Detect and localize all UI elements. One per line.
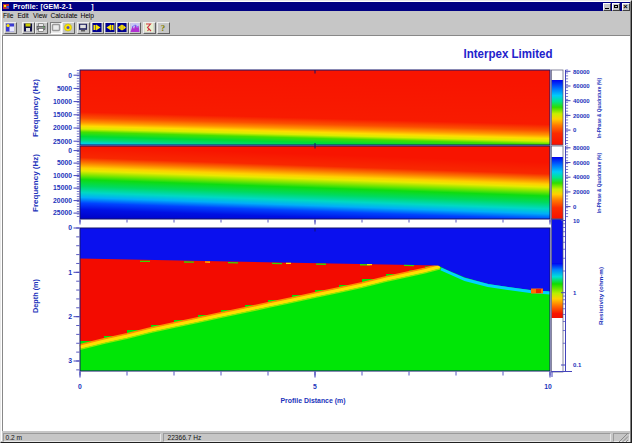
svg-text:Depth (m): Depth (m) (32, 279, 40, 313)
svg-text:40000: 40000 (573, 174, 590, 180)
svg-text:Resistivity (ohm-m): Resistivity (ohm-m) (598, 267, 604, 325)
svg-text:2: 2 (68, 313, 72, 320)
svg-text:Frequency (Hz): Frequency (Hz) (32, 154, 40, 212)
svg-text:1: 1 (68, 269, 72, 276)
svg-text:20000: 20000 (573, 113, 590, 119)
svg-text:5: 5 (313, 383, 317, 390)
svg-text:80000: 80000 (573, 145, 590, 151)
svg-text:60000: 60000 (573, 83, 590, 89)
svg-text:40000: 40000 (573, 98, 590, 104)
svg-text:10000: 10000 (53, 98, 72, 105)
svg-text:0: 0 (573, 204, 577, 210)
svg-text:15000: 15000 (53, 184, 72, 191)
svg-text:1: 1 (573, 290, 577, 296)
svg-text:10000: 10000 (53, 172, 72, 179)
svg-text:Profile Distance (m): Profile Distance (m) (281, 396, 347, 405)
svg-text:Frequency (Hz): Frequency (Hz) (32, 79, 40, 137)
svg-text:5000: 5000 (57, 159, 72, 166)
svg-text:0: 0 (78, 383, 82, 390)
svg-text:15000: 15000 (53, 111, 72, 118)
svg-text:In-Phase & Quadrature (%): In-Phase & Quadrature (%) (596, 78, 602, 138)
svg-text:20000: 20000 (53, 197, 72, 204)
svg-text:0: 0 (573, 127, 577, 133)
svg-text:0: 0 (68, 224, 72, 231)
svg-text:In-Phase & Quadrature (%): In-Phase & Quadrature (%) (596, 153, 602, 213)
svg-text:60000: 60000 (573, 160, 590, 166)
svg-text:25000: 25000 (53, 209, 72, 216)
svg-text:0: 0 (68, 72, 72, 79)
svg-text:20000: 20000 (53, 124, 72, 131)
svg-text:Interpex Limited: Interpex Limited (464, 46, 553, 61)
svg-text:5000: 5000 (57, 85, 72, 92)
svg-text:3: 3 (68, 357, 72, 364)
svg-text:80000: 80000 (573, 69, 590, 75)
svg-text:10: 10 (573, 218, 580, 224)
svg-text:10: 10 (544, 383, 552, 390)
svg-text:20000: 20000 (573, 189, 590, 195)
svg-text:0: 0 (68, 147, 72, 154)
svg-text:25000: 25000 (53, 138, 72, 145)
svg-text:0.1: 0.1 (573, 362, 582, 368)
